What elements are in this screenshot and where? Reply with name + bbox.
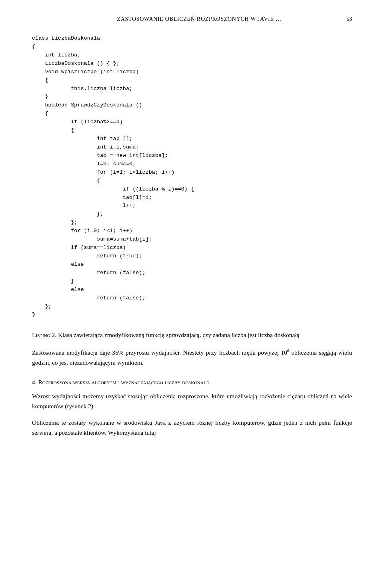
page-title: ZASTOSOWANIE OBLICZEŃ ROZPROSZONYCH W JA… xyxy=(52,16,346,22)
paragraph-1: Zastosowana modyfikacja daje 35% przyros… xyxy=(32,348,352,368)
code-block: class LiczbaDoskonala { int liczba; Licz… xyxy=(32,34,352,319)
section-paragraph-2: Obliczenia te zostały wykonane w środowi… xyxy=(32,418,352,438)
paragraph-1-text: Zastosowana modyfikacja daje 35% przyros… xyxy=(32,349,352,366)
page-number: 53 xyxy=(346,16,352,22)
section-heading: 4. Rozproszona wersja algorytmu wyznacza… xyxy=(32,379,352,386)
listing-caption-text: Klasa zawierająca zmodyfikowaną funkcję … xyxy=(56,331,300,338)
section-title: Rozproszona wersja algorytmu wyznaczając… xyxy=(38,379,209,385)
section-number: 4. xyxy=(32,379,37,385)
section-paragraph-1: Wzrost wydajności możemy uzyskać stosują… xyxy=(32,391,352,411)
page: ZASTOSOWANIE OBLICZEŃ ROZPROSZONYCH W JA… xyxy=(0,0,384,588)
listing-label: Listing 2. xyxy=(32,331,56,338)
page-header: ZASTOSOWANIE OBLICZEŃ ROZPROSZONYCH W JA… xyxy=(32,16,352,22)
listing-caption: Listing 2. Klasa zawierająca zmodyfikowa… xyxy=(32,330,352,339)
section-paragraph-1-text: Wzrost wydajności możemy uzyskać stosują… xyxy=(32,393,352,409)
section-paragraph-2-text: Obliczenia te zostały wykonane w środowi… xyxy=(32,419,352,436)
